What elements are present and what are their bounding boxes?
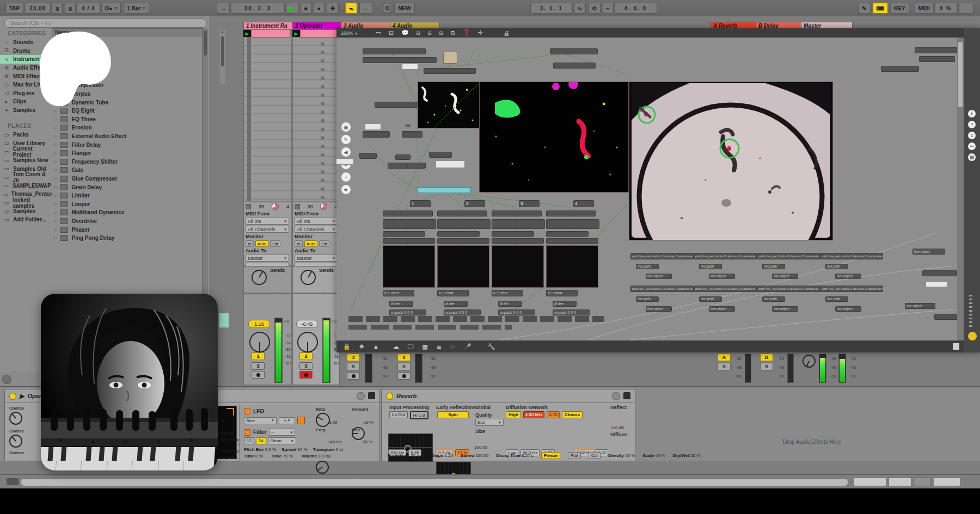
flat-button[interactable]: Flat bbox=[568, 452, 580, 459]
nudge-down-button[interactable]: ||| bbox=[52, 3, 63, 14]
attach-tool-icon[interactable]: ✎ bbox=[341, 135, 351, 144]
path-message-box[interactable]: path live_set tracks 0 devices 0 paramet… bbox=[757, 253, 820, 259]
grid-snap-icon[interactable]: ❋ bbox=[359, 343, 364, 350]
live-object-box[interactable]: live.object bbox=[772, 306, 798, 312]
max-number-box[interactable]: 1 bbox=[410, 200, 431, 207]
max-object-box[interactable] bbox=[546, 231, 589, 237]
live-object-box[interactable]: live.object bbox=[912, 249, 945, 255]
max-number-box[interactable] bbox=[365, 123, 381, 130]
path-message-box[interactable]: path live_set tracks 0 devices 0 paramet… bbox=[630, 253, 694, 259]
device-list-item[interactable]: ▷Limiter bbox=[52, 191, 202, 200]
comment-icon[interactable]: 💬 bbox=[401, 29, 409, 36]
clouds-icon[interactable]: ☁ bbox=[393, 343, 399, 350]
path-message-box[interactable]: path live_set tracks 0 devices 0 paramet… bbox=[694, 286, 757, 292]
arm-button[interactable] bbox=[252, 371, 265, 379]
spread-value[interactable]: 94 % bbox=[298, 447, 308, 452]
hi-cut-button[interactable]: Hi Cut bbox=[410, 411, 428, 419]
inspector-icon[interactable]: ℹ bbox=[968, 110, 976, 117]
max-object-box[interactable] bbox=[388, 163, 408, 169]
filter-res-value[interactable]: 20 % bbox=[363, 439, 372, 444]
pitch-env-value[interactable]: 0.0 % bbox=[265, 447, 276, 452]
help-icon[interactable]: ❓ bbox=[463, 29, 470, 36]
device-list-item[interactable]: ▷Frequency Shifter bbox=[52, 158, 202, 166]
re-enable-automation-button[interactable]: ← bbox=[359, 3, 372, 14]
cut-button[interactable]: Cut bbox=[589, 452, 601, 459]
volume-value[interactable]: 0.0 dB bbox=[318, 454, 330, 459]
live-object-box[interactable]: live.object bbox=[835, 306, 861, 312]
midi-channel-select[interactable]: All Channels▼ bbox=[295, 226, 338, 233]
disclosure-triangle-icon[interactable]: ▷ bbox=[54, 126, 57, 130]
tempo-field[interactable]: 23.00 bbox=[24, 3, 51, 14]
box-icon[interactable]: ⧉ bbox=[451, 29, 455, 36]
live-object-box[interactable]: live.object bbox=[709, 274, 735, 279]
disclosure-triangle-icon[interactable]: ▷ bbox=[54, 202, 57, 206]
wrench-icon[interactable]: 🔧 bbox=[488, 343, 495, 350]
path-message-box[interactable]: path live_set tracks 0 devices 0 paramet… bbox=[630, 286, 694, 292]
max-object-box[interactable] bbox=[492, 219, 545, 229]
filter-freq-value[interactable]: 149 Hz bbox=[328, 439, 341, 444]
loop-length-field[interactable]: 4. 0. 0 bbox=[615, 3, 657, 14]
max-number-box[interactable] bbox=[402, 64, 418, 70]
reference-icon[interactable]: ? bbox=[968, 121, 976, 128]
sidebar-place-item[interactable]: ▭Tom Cosm & Jb bbox=[0, 173, 51, 182]
device-list-item[interactable]: ▷Phaser bbox=[52, 225, 202, 234]
return-activator-button[interactable]: A bbox=[718, 354, 731, 361]
disclosure-triangle-icon[interactable]: ▷ bbox=[54, 143, 57, 147]
automation-arm-button[interactable]: ⬎ bbox=[345, 3, 357, 14]
quantization-menu[interactable]: 1 Bar▼ bbox=[123, 3, 149, 14]
lfo-rate-knob[interactable] bbox=[316, 413, 330, 427]
back-tool-icon[interactable]: ◀ bbox=[341, 147, 351, 157]
filter-freq-knob[interactable] bbox=[316, 461, 329, 474]
search-input[interactable]: Search (Ctrl + F) bbox=[4, 18, 207, 28]
live-path-box[interactable]: live.path bbox=[825, 264, 848, 269]
metronome-toggle[interactable]: O●▼ bbox=[101, 3, 121, 14]
live-object-box[interactable]: live.object bbox=[646, 274, 672, 279]
disclosure-triangle-icon[interactable]: ▷ bbox=[54, 134, 57, 139]
add-icon[interactable]: ✛ bbox=[477, 29, 482, 36]
max-object-box[interactable] bbox=[550, 48, 598, 54]
max-object-box[interactable] bbox=[429, 152, 452, 158]
max-object-box[interactable] bbox=[881, 66, 919, 72]
live-object-box[interactable]: live.object bbox=[835, 274, 861, 279]
live-path-box[interactable]: live.path bbox=[636, 264, 659, 269]
device-list-item[interactable]: ▷Ping Pong Delay bbox=[52, 234, 202, 243]
track-activator-button[interactable]: 3 bbox=[347, 354, 360, 361]
video-preview-petri-dish[interactable] bbox=[629, 82, 833, 240]
max-object-box[interactable] bbox=[359, 153, 377, 159]
record-button[interactable]: ● bbox=[314, 3, 324, 14]
track-activator-button[interactable]: 4 bbox=[397, 354, 411, 361]
sidebar-place-item[interactable]: ▭SAMPLESWAP bbox=[0, 182, 51, 190]
device-title-bar[interactable]: Reverb bbox=[382, 389, 635, 403]
disclosure-triangle-icon[interactable]: ▷ bbox=[54, 194, 57, 198]
max-object-box[interactable] bbox=[437, 210, 487, 216]
solo-button[interactable]: S bbox=[718, 363, 731, 370]
live-path-box[interactable]: live.path bbox=[762, 296, 785, 302]
follow-button[interactable]: → bbox=[217, 3, 230, 14]
max-dial[interactable] bbox=[443, 52, 457, 64]
stop-clip-icon[interactable] bbox=[295, 204, 300, 209]
device-list-item[interactable]: ▷External Audio Effect bbox=[52, 132, 202, 141]
send-a-knob[interactable] bbox=[252, 270, 267, 285]
clip[interactable] bbox=[251, 29, 290, 38]
max-object-box[interactable] bbox=[406, 163, 426, 169]
resize-icon[interactable] bbox=[953, 343, 959, 350]
max-object-box[interactable] bbox=[437, 238, 489, 244]
arm-button-recording[interactable] bbox=[299, 371, 313, 379]
expand-icon[interactable]: ▶ bbox=[20, 393, 24, 400]
max-object-box[interactable] bbox=[553, 63, 596, 69]
clear-message-box[interactable]: b 1 clear bbox=[492, 290, 523, 296]
filter-slope-24[interactable]: 24 bbox=[256, 437, 266, 444]
path-message-box[interactable]: path live_set tracks 0 devices 0 paramet… bbox=[820, 286, 883, 292]
return-activator-button[interactable]: B bbox=[760, 354, 773, 361]
max-object-box[interactable] bbox=[383, 231, 425, 237]
notification-badge[interactable] bbox=[968, 332, 977, 340]
loop-start-field[interactable]: 3. 1. 1 bbox=[530, 3, 573, 14]
scroll-up-icon[interactable]: ▲ bbox=[220, 30, 224, 34]
arm-button[interactable] bbox=[347, 372, 360, 380]
jit-iter-box[interactable]: jit.iter bbox=[389, 301, 413, 307]
midi-map-button[interactable]: MIDI bbox=[915, 3, 934, 14]
disclosure-triangle-icon[interactable]: ▷ bbox=[54, 185, 57, 189]
clear-message-box[interactable]: b 1 clear bbox=[437, 290, 469, 296]
max-object-box[interactable] bbox=[383, 210, 433, 216]
arrangement-position[interactable]: 30. 2. 3 bbox=[231, 3, 284, 14]
